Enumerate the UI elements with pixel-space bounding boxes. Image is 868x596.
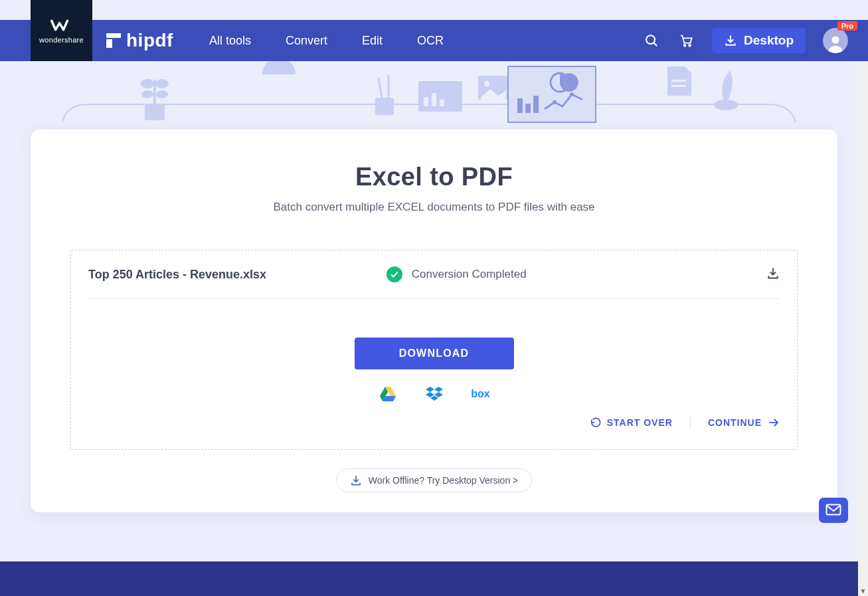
cart-icon[interactable] bbox=[677, 32, 695, 49]
action-separator bbox=[690, 416, 691, 429]
svg-rect-5 bbox=[145, 104, 165, 120]
svg-rect-10 bbox=[278, 61, 280, 66]
continue-button[interactable]: CONTINUE bbox=[708, 417, 780, 429]
navbar: hipdf All tools Convert Edit OCR Desktop… bbox=[0, 20, 868, 61]
download-small-icon bbox=[350, 474, 362, 486]
hipdf-logo-text: hipdf bbox=[126, 30, 173, 51]
nav-edit[interactable]: Edit bbox=[362, 34, 383, 48]
hero-illustration bbox=[0, 61, 868, 134]
desktop-button-label: Desktop bbox=[744, 33, 794, 48]
svg-rect-14 bbox=[418, 81, 462, 112]
svg-rect-22 bbox=[525, 104, 531, 113]
offline-pill[interactable]: Work Offline? Try Desktop Version > bbox=[336, 468, 533, 492]
feedback-mail-button[interactable] bbox=[819, 498, 848, 523]
mail-icon bbox=[825, 504, 841, 517]
desktop-button[interactable]: Desktop bbox=[712, 28, 806, 53]
download-desktop-icon bbox=[724, 34, 737, 47]
svg-rect-28 bbox=[671, 85, 686, 87]
arrow-right-icon bbox=[768, 417, 780, 429]
user-avatar[interactable] bbox=[823, 28, 848, 53]
svg-rect-27 bbox=[671, 80, 686, 82]
page-subtitle: Batch convert multiple EXCEL documents t… bbox=[31, 201, 837, 214]
svg-point-9 bbox=[156, 90, 168, 98]
start-over-label: START OVER bbox=[607, 417, 673, 428]
svg-point-2 bbox=[684, 45, 686, 47]
file-row: Top 250 Articles - Revenue.xlsx Conversi… bbox=[88, 250, 780, 299]
svg-marker-37 bbox=[430, 396, 438, 401]
wondershare-badge[interactable]: wondershare bbox=[31, 0, 92, 61]
svg-rect-15 bbox=[424, 97, 428, 106]
pro-badge: Pro bbox=[837, 21, 857, 31]
undo-icon bbox=[590, 417, 601, 429]
start-over-button[interactable]: START OVER bbox=[590, 417, 673, 429]
svg-point-0 bbox=[646, 35, 655, 44]
svg-point-25 bbox=[570, 92, 574, 96]
svg-marker-33 bbox=[426, 387, 434, 392]
nav-right: Desktop Pro bbox=[643, 28, 848, 53]
file-status-text: Conversion Completed bbox=[412, 268, 527, 281]
dropbox-icon[interactable] bbox=[426, 387, 443, 401]
download-row-icon[interactable] bbox=[766, 266, 780, 282]
converter-card: Excel to PDF Batch convert multiple EXCE… bbox=[31, 130, 837, 512]
svg-rect-21 bbox=[517, 98, 523, 113]
svg-rect-23 bbox=[533, 96, 539, 113]
nav-ocr[interactable]: OCR bbox=[417, 34, 444, 48]
wondershare-logo-icon bbox=[50, 18, 73, 33]
svg-marker-34 bbox=[434, 387, 443, 392]
scroll-down-arrow-icon[interactable]: ▼ bbox=[858, 586, 868, 596]
box-label: box bbox=[471, 388, 489, 400]
page-title: Excel to PDF bbox=[31, 163, 837, 191]
avatar-wrap: Pro bbox=[823, 28, 848, 53]
file-name: Top 250 Articles - Revenue.xlsx bbox=[88, 268, 266, 282]
svg-point-8 bbox=[141, 90, 153, 98]
checkmark-icon bbox=[387, 266, 402, 282]
svg-rect-17 bbox=[440, 100, 444, 106]
svg-rect-20 bbox=[508, 66, 596, 122]
hipdf-logo[interactable]: hipdf bbox=[106, 30, 173, 51]
svg-point-6 bbox=[141, 79, 154, 88]
svg-rect-16 bbox=[432, 93, 436, 106]
row-actions: START OVER CONTINUE bbox=[88, 416, 780, 429]
google-drive-icon[interactable] bbox=[379, 387, 396, 401]
svg-point-24 bbox=[553, 100, 557, 104]
topbar: wondershare hipdf All tools Convert Edit… bbox=[0, 0, 868, 61]
file-status: Conversion Completed bbox=[387, 266, 527, 282]
main-menu: All tools Convert Edit OCR bbox=[209, 34, 444, 48]
nav-convert[interactable]: Convert bbox=[286, 34, 327, 48]
svg-rect-39 bbox=[827, 505, 841, 515]
hipdf-logo-icon bbox=[106, 33, 121, 48]
nav-all-tools[interactable]: All tools bbox=[209, 34, 251, 48]
continue-label: CONTINUE bbox=[708, 417, 762, 428]
search-icon[interactable] bbox=[643, 32, 660, 49]
svg-point-19 bbox=[484, 81, 489, 86]
download-button[interactable]: DOWNLOAD bbox=[355, 338, 514, 369]
svg-point-4 bbox=[831, 36, 839, 43]
svg-point-3 bbox=[689, 45, 691, 47]
dropzone: Top 250 Articles - Revenue.xlsx Conversi… bbox=[70, 250, 798, 450]
cloud-targets: box bbox=[88, 387, 780, 401]
box-icon[interactable]: box bbox=[472, 387, 489, 401]
offline-label: Work Offline? Try Desktop Version > bbox=[369, 475, 519, 486]
svg-line-1 bbox=[654, 43, 657, 47]
footer-bar bbox=[0, 561, 858, 596]
svg-line-12 bbox=[379, 78, 382, 98]
svg-point-7 bbox=[155, 79, 169, 88]
wondershare-label: wondershare bbox=[39, 36, 84, 44]
svg-rect-11 bbox=[375, 98, 394, 115]
